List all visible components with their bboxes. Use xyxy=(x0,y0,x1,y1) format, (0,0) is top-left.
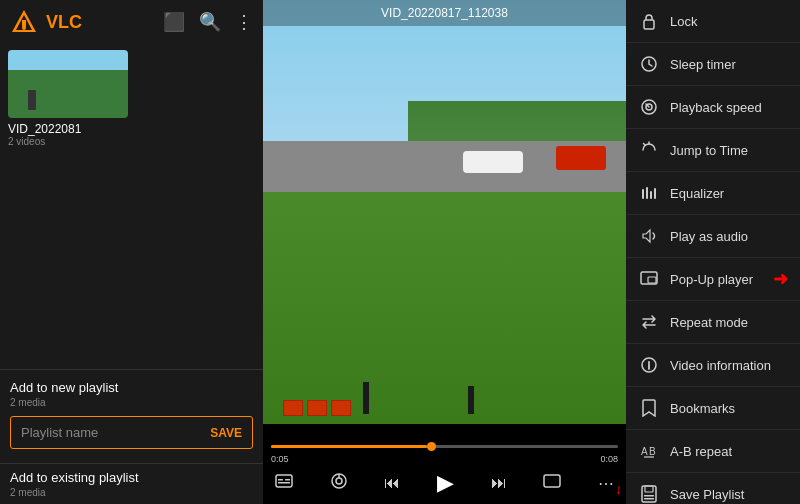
search-icon[interactable]: 🔍 xyxy=(199,11,221,33)
menu-item-play-as-audio[interactable]: Play as audio xyxy=(626,215,800,258)
skip-back-button[interactable]: ⏮ xyxy=(380,472,404,494)
svg-rect-6 xyxy=(285,479,290,481)
svg-rect-11 xyxy=(544,475,560,487)
svg-rect-25 xyxy=(642,486,656,502)
playlist-input-row: SAVE xyxy=(10,416,253,449)
sleep-timer-icon xyxy=(638,53,660,75)
video-thumbnail[interactable] xyxy=(8,50,128,118)
aspect-ratio-button[interactable] xyxy=(539,472,565,494)
svg-rect-12 xyxy=(644,20,654,29)
menu-item-jump-to-time[interactable]: Jump to Time xyxy=(626,129,800,172)
menu-label-play-as-audio: Play as audio xyxy=(670,229,788,244)
menu-item-sleep-timer[interactable]: Sleep timer xyxy=(626,43,800,86)
progress-dot xyxy=(427,442,436,451)
add-existing-title: Add to existing playlist xyxy=(10,470,253,485)
save-playlist-icon xyxy=(638,483,660,504)
playlist-name-input[interactable] xyxy=(11,417,200,448)
menu-label-bookmarks: Bookmarks xyxy=(670,401,788,416)
add-existing-sub: 2 media xyxy=(10,487,253,498)
svg-point-3 xyxy=(22,26,26,30)
video-information-icon xyxy=(638,354,660,376)
svg-rect-26 xyxy=(645,486,653,492)
thumbnail-area: VID_2022081 2 videos xyxy=(0,44,263,369)
menu-item-ab-repeat[interactable]: ABA-B repeat xyxy=(626,430,800,473)
svg-rect-21 xyxy=(648,277,656,283)
menu-item-repeat-mode[interactable]: Repeat mode xyxy=(626,301,800,344)
right-menu-panel: LockSleep timerPlayback speedJump to Tim… xyxy=(626,0,800,504)
add-existing-playlist-section: Add to existing playlist 2 media xyxy=(0,463,263,504)
ground xyxy=(263,192,626,424)
menu-item-video-information[interactable]: Video information xyxy=(626,344,800,387)
repeat-mode-icon xyxy=(638,311,660,333)
play-as-audio-icon xyxy=(638,225,660,247)
controls-bar: 0:05 0:08 ⏮ xyxy=(263,441,626,504)
menu-label-lock: Lock xyxy=(670,14,788,29)
svg-rect-4 xyxy=(276,475,292,487)
subtitles-button[interactable] xyxy=(271,472,297,494)
more-options-icon[interactable]: ⋮ xyxy=(235,11,253,33)
menu-item-bookmarks[interactable]: Bookmarks xyxy=(626,387,800,430)
menu-label-repeat-mode: Repeat mode xyxy=(670,315,788,330)
container-boxes xyxy=(283,400,351,416)
menu-item-equalizer[interactable]: Equalizer xyxy=(626,172,800,215)
svg-point-9 xyxy=(336,478,342,484)
svg-rect-19 xyxy=(654,188,656,199)
svg-rect-7 xyxy=(278,482,290,484)
svg-rect-28 xyxy=(644,498,654,500)
jump-to-time-icon xyxy=(638,139,660,161)
add-new-playlist-section: Add to new playlist 2 media SAVE xyxy=(0,369,263,463)
progress-fill xyxy=(271,445,427,448)
svg-rect-18 xyxy=(650,191,652,199)
progress-bar[interactable] xyxy=(271,445,618,448)
popup-player-icon xyxy=(638,268,660,290)
arrow-indicator-popup-player: ➜ xyxy=(773,268,788,290)
skip-forward-button[interactable]: ⏭ xyxy=(487,472,511,494)
audio-track-button[interactable] xyxy=(326,470,352,496)
menu-item-playback-speed[interactable]: Playback speed xyxy=(626,86,800,129)
play-button[interactable]: ▶ xyxy=(433,468,458,498)
menu-label-ab-repeat: A-B repeat xyxy=(670,444,788,459)
save-button[interactable]: SAVE xyxy=(200,418,252,448)
menu-label-playback-speed: Playback speed xyxy=(670,100,788,115)
svg-rect-2 xyxy=(22,20,26,27)
video-panel[interactable]: VID_20220817_112038 0:05 0:08 xyxy=(263,0,626,504)
equalizer-icon xyxy=(638,182,660,204)
menu-label-equalizer: Equalizer xyxy=(670,186,788,201)
control-buttons: ⏮ ▶ ⏭ ⋯ ↓ xyxy=(271,468,618,498)
menu-item-lock[interactable]: Lock xyxy=(626,0,800,43)
svg-rect-16 xyxy=(642,189,644,199)
svg-rect-27 xyxy=(644,495,654,497)
time-end: 0:08 xyxy=(600,454,618,464)
left-panel: VLC ⬛ 🔍 ⋮ VID_2022081 2 videos Add to ne… xyxy=(0,0,263,504)
app-title: VLC xyxy=(46,12,163,33)
box-2 xyxy=(307,400,327,416)
white-car xyxy=(463,151,523,173)
time-labels: 0:05 0:08 xyxy=(271,454,618,464)
video-count: 2 videos xyxy=(8,136,255,147)
figure-2 xyxy=(363,382,369,414)
svg-rect-17 xyxy=(646,187,648,199)
red-arrow-indicator: ↓ xyxy=(615,481,622,497)
menu-item-save-playlist[interactable]: Save Playlist xyxy=(626,473,800,504)
figure-1 xyxy=(468,386,474,414)
more-button-container: ⋯ ↓ xyxy=(594,472,618,495)
vlc-logo xyxy=(10,8,38,36)
menu-label-sleep-timer: Sleep timer xyxy=(670,57,788,72)
video-title: VID_20220817_112038 xyxy=(263,0,626,26)
top-icons: ⬛ 🔍 ⋮ xyxy=(163,11,253,33)
box-3 xyxy=(331,400,351,416)
menu-item-popup-player[interactable]: Pop-Up player➜ xyxy=(626,258,800,301)
bookmarks-icon xyxy=(638,397,660,419)
lock-icon xyxy=(638,10,660,32)
red-car xyxy=(556,146,606,170)
video-label: VID_2022081 xyxy=(8,122,255,136)
video-background xyxy=(263,0,626,504)
add-new-playlist-title: Add to new playlist xyxy=(10,380,253,395)
menu-label-jump-to-time: Jump to Time xyxy=(670,143,788,158)
cast-icon[interactable]: ⬛ xyxy=(163,11,185,33)
ab-repeat-icon: AB xyxy=(638,440,660,462)
playback-speed-icon xyxy=(638,96,660,118)
time-start: 0:05 xyxy=(271,454,289,464)
svg-text:B: B xyxy=(649,446,656,457)
menu-label-video-information: Video information xyxy=(670,358,788,373)
